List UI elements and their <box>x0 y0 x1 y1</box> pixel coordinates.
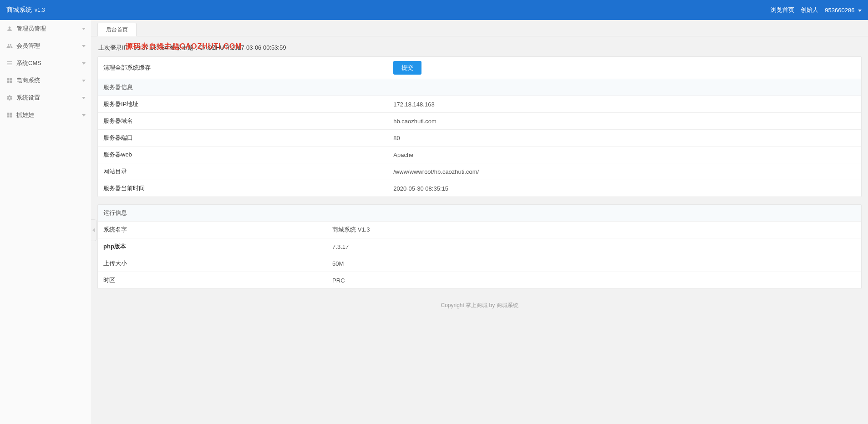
sidebar-item-settings[interactable]: 系统设置 <box>0 89 91 106</box>
table-row: 服务器当前时间 2020-05-30 08:35:15 <box>98 180 861 197</box>
row-value: 2020-05-30 08:35:15 <box>388 180 861 197</box>
tab-dashboard[interactable]: 后台首页 <box>97 23 137 36</box>
header: 商城系统 v1.3 浏览首页 创始人 953660286 <box>0 0 868 20</box>
row-label: 系统名字 <box>98 222 327 238</box>
server-info-heading-row: 服务器信息 <box>98 79 861 96</box>
grid-icon <box>6 112 13 118</box>
row-label: php版本 <box>98 238 327 255</box>
row-label: 时区 <box>98 272 327 289</box>
row-label: 上传大小 <box>98 255 327 272</box>
row-value: hb.caozhuti.com <box>388 113 861 130</box>
row-value: 商城系统 V1.3 <box>327 222 861 238</box>
gear-icon <box>6 95 13 101</box>
table-row: 服务器端口 80 <box>98 130 861 146</box>
cache-clear-label: 清理全部系统缓存 <box>98 57 388 79</box>
footer-text: Copyright 掌上商城 by 商城系统 <box>97 302 862 309</box>
main: 后台首页 上次登录IP：59.37.187.84 登录主题：CAOZHUTI.2… <box>91 20 868 424</box>
row-label: 服务器域名 <box>98 113 388 130</box>
last-login-text: 上次登录IP：59.37.187.84 登录主题：CAOZHUTI.2017-0… <box>98 44 286 51</box>
last-login-line: 上次登录IP：59.37.187.84 登录主题：CAOZHUTI.2017-0… <box>97 41 862 56</box>
browse-home-link[interactable]: 浏览首页 <box>771 6 794 14</box>
row-value: Apache <box>388 146 861 163</box>
sidebar-item-ecommerce[interactable]: 电商系统 <box>0 72 91 89</box>
sidebar-item-cms[interactable]: 系统CMS <box>0 55 91 72</box>
users-icon <box>6 43 13 49</box>
header-right: 浏览首页 创始人 953660286 <box>771 6 862 14</box>
sidebar-item-label: 系统设置 <box>16 94 40 102</box>
tab-label: 后台首页 <box>106 26 128 34</box>
runtime-info-heading: 运行信息 <box>98 205 861 222</box>
chevron-down-icon <box>82 80 86 82</box>
chevron-down-icon <box>82 97 86 99</box>
table-row: 服务器域名 hb.caozhuti.com <box>98 113 861 130</box>
app-version: v1.3 <box>35 7 45 13</box>
table-row: 时区 PRC <box>98 272 861 289</box>
app-title: 商城系统 <box>6 6 32 14</box>
cache-clear-row: 清理全部系统缓存 提交 <box>98 57 861 79</box>
table-row: 服务器IP地址 172.18.148.163 <box>98 96 861 113</box>
content: 上次登录IP：59.37.187.84 登录主题：CAOZHUTI.2017-0… <box>91 36 868 424</box>
sidebar: 管理员管理 会员管理 系统CMS <box>0 20 91 424</box>
sidebar-item-label: 管理员管理 <box>16 25 46 33</box>
row-label: 服务器IP地址 <box>98 96 388 113</box>
sidebar-item-label: 抓娃娃 <box>16 111 34 119</box>
row-value: PRC <box>327 272 861 289</box>
sidebar-item-admin[interactable]: 管理员管理 <box>0 20 91 37</box>
row-label: 服务器当前时间 <box>98 180 388 197</box>
header-left: 商城系统 v1.3 <box>6 6 45 14</box>
table-row: php版本 7.3.17 <box>98 238 861 255</box>
table-row: 上传大小 50M <box>98 255 861 272</box>
row-value: 50M <box>327 255 861 272</box>
table-row: 服务器web Apache <box>98 146 861 163</box>
panel-server: 清理全部系统缓存 提交 服务器信息 服务器IP地址 172.18.148.163 <box>97 56 862 197</box>
row-value: 172.18.148.163 <box>388 96 861 113</box>
row-value: 80 <box>388 130 861 146</box>
chevron-down-icon <box>82 114 86 116</box>
chevron-left-icon <box>92 228 95 232</box>
founder-label: 创始人 <box>801 6 818 14</box>
server-info-heading: 服务器信息 <box>98 79 861 96</box>
row-label: 服务器web <box>98 146 388 163</box>
table-row: 系统名字 商城系统 V1.3 <box>98 222 861 238</box>
sidebar-collapse-handle[interactable] <box>91 219 97 241</box>
row-label: 服务器端口 <box>98 130 388 146</box>
list-icon <box>6 60 13 66</box>
sidebar-item-label: 系统CMS <box>16 59 41 67</box>
row-value: /www/wwwroot/hb.caozhuti.com/ <box>388 163 861 180</box>
sidebar-item-members[interactable]: 会员管理 <box>0 37 91 55</box>
user-icon <box>6 25 13 32</box>
panel-runtime: 运行信息 系统名字 商城系统 V1.3 php版本 7.3.17 上传大小 <box>97 204 862 289</box>
table-row: 网站目录 /www/wwwroot/hb.caozhuti.com/ <box>98 163 861 180</box>
account-dropdown[interactable]: 953660286 <box>825 7 862 14</box>
runtime-info-heading-row: 运行信息 <box>98 205 861 222</box>
grid-icon <box>6 77 13 84</box>
row-label: 网站目录 <box>98 163 388 180</box>
sidebar-item-claw[interactable]: 抓娃娃 <box>0 106 91 124</box>
submit-button[interactable]: 提交 <box>393 61 421 75</box>
chevron-down-icon <box>82 62 86 65</box>
chevron-down-icon <box>82 45 86 47</box>
chevron-down-icon <box>858 10 862 12</box>
chevron-down-icon <box>82 28 86 30</box>
row-value: 7.3.17 <box>327 238 861 255</box>
account-id: 953660286 <box>825 7 854 14</box>
sidebar-item-label: 会员管理 <box>16 42 40 50</box>
tabs-bar: 后台首页 <box>91 20 868 36</box>
sidebar-item-label: 电商系统 <box>16 76 40 85</box>
